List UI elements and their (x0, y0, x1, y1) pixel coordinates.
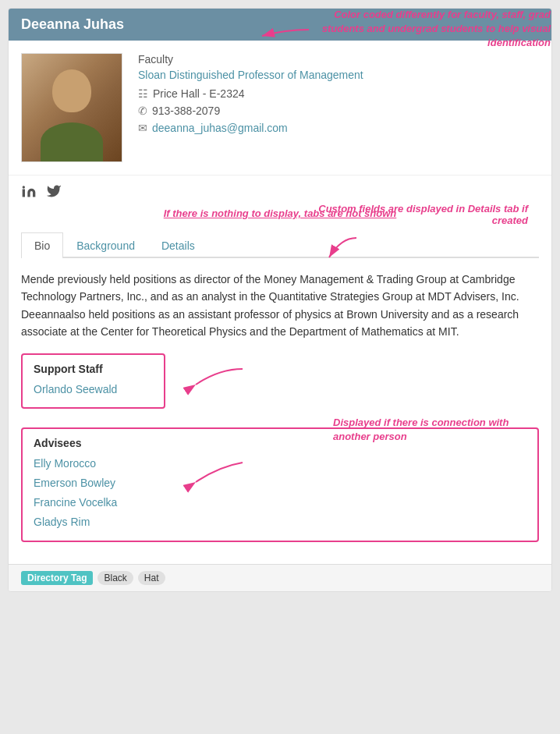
tab-bio-content: Mende previously held positions as direc… (9, 258, 551, 353)
tabs-row: Bio Background Details (21, 232, 539, 258)
arrow-advisees (188, 455, 250, 494)
annotation-custom-fields: Custom fields are displayed in Details t… (310, 203, 528, 226)
advisees-box: Advisees Elly Morocco Emerson Bowley Fra… (21, 427, 539, 542)
tab-bio[interactable]: Bio (21, 232, 63, 258)
tabs-section: Bio Background Details Custom fields are… (9, 226, 551, 258)
tab-background[interactable]: Background (63, 232, 148, 258)
directory-tag-label: Directory Tag (21, 571, 93, 585)
faculty-label: Faculty (138, 53, 539, 66)
social-section (9, 176, 551, 203)
arrow-support-staff (188, 361, 250, 400)
email-link[interactable]: deeanna_juhas@gmail.com (152, 122, 288, 134)
linkedin-icon[interactable] (21, 183, 37, 203)
building-icon: ☷ (138, 87, 148, 100)
profile-section: Faculty Sloan Distinguished Professor of… (9, 41, 551, 176)
annotation-connection: Displayed if there is connection with an… (333, 416, 536, 444)
advisee-link-2[interactable]: Francine Vocelka (34, 493, 526, 512)
advisee-link-0[interactable]: Elly Morocco (34, 454, 526, 473)
tab-details[interactable]: Details (148, 232, 208, 258)
profile-info: Faculty Sloan Distinguished Professor of… (138, 53, 539, 162)
profile-title: Sloan Distinguished Professor of Managem… (138, 69, 539, 81)
support-staff-link-0[interactable]: Orlando Seewald (34, 380, 153, 399)
phone-icon: ✆ (138, 105, 147, 117)
advisee-link-3[interactable]: Gladys Rim (34, 512, 526, 532)
annotation-color-coded: Color coded differently for faculty, sta… (317, 8, 551, 51)
arrow-details (317, 234, 364, 265)
profile-image (22, 54, 122, 161)
twitter-icon[interactable] (46, 183, 62, 203)
connections-section: Support Staff Orlando Seewald Advisees E… (9, 353, 551, 564)
profile-photo (21, 53, 122, 162)
bio-text: Mende previously held positions as direc… (21, 271, 539, 341)
tag-hat[interactable]: Hat (138, 571, 165, 585)
tag-black[interactable]: Black (97, 571, 133, 585)
person-name: Deeanna Juhas (21, 16, 124, 32)
profile-email: ✉ deeanna_juhas@gmail.com (138, 122, 539, 134)
email-icon: ✉ (138, 122, 147, 134)
advisee-link-1[interactable]: Emerson Bowley (34, 473, 526, 493)
profile-location: ☷ Price Hall - E-2324 (138, 87, 539, 100)
footer-bar: Directory Tag Black Hat (9, 564, 551, 591)
arrow-color-coded (254, 22, 317, 45)
profile-phone: ✆ 913-388-2079 (138, 105, 539, 117)
profile-card: Deeanna Juhas Faculty Sloan Distinguishe… (8, 8, 552, 592)
support-staff-title: Support Staff (34, 363, 153, 375)
support-staff-box: Support Staff Orlando Seewald (21, 353, 165, 409)
